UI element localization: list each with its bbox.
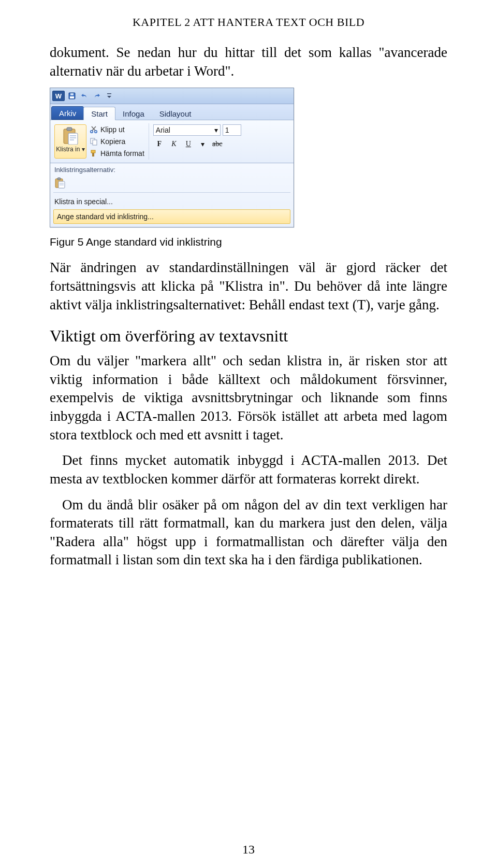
svg-rect-1 [70, 96, 74, 98]
paragraph-1: dokument. Se nedan hur du hittar till de… [50, 44, 447, 80]
paste-options-header: Inklistringsalternativ: [50, 163, 294, 176]
scissors-icon [90, 125, 98, 134]
ribbon-content: Klistra in ▾ Klipp ut Kopiera [50, 120, 294, 163]
figure-caption: Figur 5 Ange standard vid inklistring [50, 236, 447, 248]
word-titlebar: W [50, 88, 294, 104]
svg-rect-8 [70, 137, 76, 138]
quick-access-toolbar [67, 91, 114, 101]
chevron-down-icon: ▾ [214, 126, 218, 134]
bold-button[interactable]: F [153, 138, 166, 150]
document-page: KAPITEL 2 ATT HANTERA TEXT OCH BILD doku… [0, 0, 497, 868]
paragraph-4: Det finns mycket automatik inbyggd i ACT… [50, 451, 447, 488]
word-logo-icon: W [52, 91, 65, 101]
cut-label: Klipp ut [100, 125, 125, 134]
svg-rect-9 [70, 139, 74, 140]
section-subhead: Viktigt om överföring av textavsnitt [50, 326, 447, 346]
svg-rect-17 [57, 178, 61, 180]
paragraph-3: Om du väljer "markera allt" och sedan kl… [50, 352, 447, 444]
paste-special-label: Klistra in special... [54, 197, 113, 206]
font-group: Arial ▾ 1 F K U ▾ abc [152, 123, 245, 160]
page-number: 13 [0, 843, 497, 857]
font-style-row: F K U ▾ abc [153, 138, 241, 150]
paste-dropdown: Inklistringsalternativ: Klistra in speci… [50, 163, 294, 227]
font-name-value: Arial [156, 126, 170, 134]
paste-special-item[interactable]: Klistra in special... [50, 195, 294, 208]
copy-icon [90, 137, 98, 146]
italic-button[interactable]: K [168, 138, 180, 150]
clipboard-group: Klistra in ▾ Klipp ut Kopiera [53, 123, 149, 160]
clipboard-mini-buttons: Klipp ut Kopiera Hämta format [90, 124, 144, 159]
set-default-paste-label: Ange standard vid inklistring... [57, 212, 154, 221]
svg-rect-14 [91, 150, 95, 153]
cut-button[interactable]: Klipp ut [90, 124, 144, 135]
svg-rect-2 [70, 93, 74, 95]
tab-start[interactable]: Start [83, 107, 115, 120]
svg-rect-3 [107, 93, 111, 94]
svg-rect-19 [60, 183, 64, 184]
tab-arkiv[interactable]: Arkiv [51, 106, 84, 120]
paragraph-5: Om du ändå blir osäker på om någon del a… [50, 496, 447, 570]
paste-option-icon [54, 177, 66, 189]
paragraph-2: När ändringen av standardinställningen v… [50, 259, 447, 314]
paste-button[interactable]: Klistra in ▾ [54, 124, 86, 159]
strikethrough-button[interactable]: abc [211, 138, 224, 150]
format-painter-label: Hämta format [100, 149, 144, 158]
underline-button[interactable]: U [182, 138, 195, 150]
font-name-combo[interactable]: Arial ▾ [153, 124, 221, 136]
qat-more-icon[interactable] [104, 91, 114, 101]
paste-option-keep-source[interactable] [50, 176, 294, 190]
tab-sidlayout[interactable]: Sidlayout [152, 107, 199, 120]
svg-rect-15 [92, 153, 94, 156]
separator [53, 192, 290, 193]
tab-infoga[interactable]: Infoga [115, 107, 152, 120]
brush-icon [90, 149, 98, 158]
save-icon[interactable] [67, 91, 77, 101]
svg-rect-5 [67, 127, 72, 131]
copy-label: Kopiera [100, 137, 125, 146]
set-default-paste-item[interactable]: Ange standard vid inklistring... [53, 209, 290, 224]
svg-rect-20 [60, 184, 64, 186]
format-painter-button[interactable]: Hämta format [90, 148, 144, 159]
svg-rect-7 [70, 135, 76, 136]
clipboard-icon [61, 126, 80, 145]
copy-button[interactable]: Kopiera [90, 136, 144, 147]
redo-icon[interactable] [92, 91, 102, 101]
ribbon-tabs: Arkiv Start Infoga Sidlayout [50, 104, 294, 120]
undo-icon[interactable] [79, 91, 90, 101]
word-ribbon-figure: W Arkiv Start Infoga Sidlayout [50, 88, 294, 227]
font-size-value: 1 [225, 126, 229, 134]
paste-label: Klistra in ▾ [56, 146, 84, 153]
running-head: KAPITEL 2 ATT HANTERA TEXT OCH BILD [50, 16, 447, 29]
svg-rect-13 [93, 140, 97, 145]
font-size-combo[interactable]: 1 [223, 124, 241, 136]
svg-rect-6 [68, 133, 78, 145]
underline-more-icon[interactable]: ▾ [197, 138, 209, 150]
